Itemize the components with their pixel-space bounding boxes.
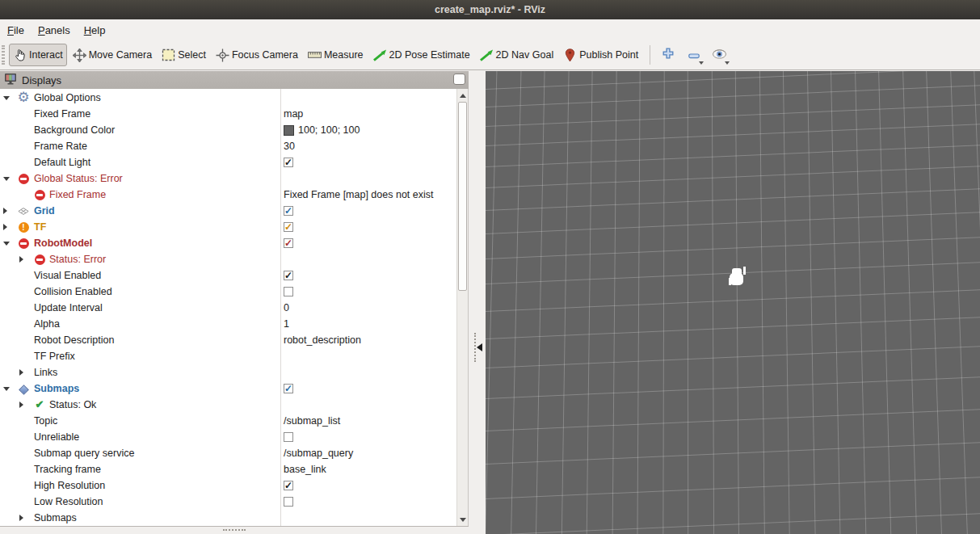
tool-visibility-button[interactable] <box>708 44 731 66</box>
row-checkbox[interactable]: ✓ <box>284 384 293 393</box>
toolbar-drag-handle[interactable] <box>2 45 5 65</box>
grid-line <box>561 71 570 534</box>
row-value[interactable]: /submap_list <box>284 415 340 427</box>
row-value[interactable]: robot_description <box>284 334 361 346</box>
expanded-arrow[interactable] <box>3 242 10 246</box>
row-checkbox[interactable]: ✓ <box>284 206 293 216</box>
row-checkbox[interactable]: ✓ <box>284 222 293 232</box>
row-label: Update Interval <box>34 302 103 313</box>
tree-row-topic[interactable]: Topic/submap_list <box>0 413 456 429</box>
focus-camera-button[interactable]: Focus Camera <box>212 44 302 66</box>
window-titlebar[interactable]: create_map.rviz* - RViz <box>0 0 980 19</box>
row-checkbox[interactable] <box>284 287 293 296</box>
row-label: TF <box>34 221 46 233</box>
bottom-panel-splitter[interactable] <box>0 526 469 534</box>
row-label: Global Options <box>34 92 101 103</box>
color-swatch[interactable] <box>284 125 294 136</box>
pose-estimate-button[interactable]: 2D Pose Estimate <box>369 44 474 66</box>
row-value[interactable]: base_link <box>284 464 326 475</box>
row-label: Submap query service <box>34 448 134 459</box>
tree-row-robot-description[interactable]: Robot Descriptionrobot_description <box>0 332 456 348</box>
remove-tool-button[interactable] <box>682 44 705 66</box>
tree-row-background-color[interactable]: Background Color100; 100; 100 <box>0 122 456 138</box>
error-icon <box>34 189 45 200</box>
grid-line <box>806 71 816 534</box>
grid-line <box>854 71 868 534</box>
tree-row-alpha[interactable]: Alpha1 <box>0 316 456 332</box>
select-button[interactable]: Select <box>158 44 210 66</box>
collapsed-arrow[interactable] <box>19 402 23 408</box>
collapsed-arrow[interactable] <box>19 256 23 263</box>
tree-row-tracking-frame[interactable]: Tracking framebase_link <box>0 461 456 477</box>
row-value[interactable]: Fixed Frame [map] does not exist <box>284 189 434 200</box>
tree-row-global-options[interactable]: ⚙Global Options <box>0 90 456 106</box>
grid-line <box>486 71 498 534</box>
tree-row-tf[interactable]: !TF✓ <box>0 219 456 235</box>
row-value[interactable]: 100; 100; 100 <box>298 124 360 136</box>
displays-panel-title: Displays <box>22 74 61 86</box>
measure-button[interactable]: Measure <box>304 44 368 66</box>
row-value[interactable]: 30 <box>284 141 295 152</box>
publish-point-button[interactable]: Publish Point <box>559 44 642 66</box>
add-tool-button[interactable] <box>656 44 679 66</box>
tree-row-tf-prefix[interactable]: TF Prefix <box>0 348 456 364</box>
move-camera-button[interactable]: Move Camera <box>69 44 157 66</box>
row-value[interactable]: 0 <box>284 302 289 313</box>
tree-row-submap-query-service[interactable]: Submap query service/submap_query <box>0 445 456 461</box>
green-arrow-icon <box>373 48 387 62</box>
row-value[interactable]: /submap_query <box>284 448 353 459</box>
focus-icon <box>216 48 229 62</box>
row-checkbox[interactable]: ✓ <box>284 271 293 280</box>
tree-row-status-error[interactable]: Status: Error <box>0 251 456 267</box>
interact-button[interactable]: Interact <box>9 44 67 66</box>
tree-row-robotmodel[interactable]: RobotModel✓ <box>0 235 456 251</box>
row-checkbox[interactable]: ✓ <box>284 158 293 167</box>
expanded-arrow[interactable] <box>3 177 10 181</box>
displays-panel-header: Displays <box>0 71 469 89</box>
row-value[interactable]: map <box>284 108 303 120</box>
tree-row-submaps[interactable]: Submaps <box>0 510 456 526</box>
scroll-down-arrow[interactable] <box>457 514 468 525</box>
panel-splitter[interactable] <box>469 71 486 534</box>
collapsed-arrow[interactable] <box>19 515 23 521</box>
scrollbar-thumb[interactable] <box>458 102 467 291</box>
tree-row-fixed-frame[interactable]: Fixed FrameFixed Frame [map] does not ex… <box>0 187 456 203</box>
collapsed-arrow[interactable] <box>3 208 7 214</box>
row-label: Collision Enabled <box>34 286 112 297</box>
3d-viewport[interactable] <box>486 71 980 534</box>
row-value[interactable]: 1 <box>284 318 289 330</box>
grid-line <box>486 511 980 534</box>
nav-goal-button[interactable]: 2D Nav Goal <box>476 44 558 66</box>
displays-scrollbar[interactable] <box>456 89 468 526</box>
collapsed-arrow[interactable] <box>19 369 23 376</box>
tree-row-collision-enabled[interactable]: Collision Enabled <box>0 284 456 300</box>
tree-row-unreliable[interactable]: Unreliable <box>0 429 456 445</box>
expanded-arrow[interactable] <box>3 96 10 100</box>
collapsed-arrow[interactable] <box>3 224 7 230</box>
row-checkbox[interactable] <box>284 432 293 442</box>
menu-file[interactable]: File <box>2 22 30 39</box>
tree-row-frame-rate[interactable]: Frame Rate30 <box>0 138 456 154</box>
row-checkbox[interactable]: ✓ <box>284 481 293 490</box>
tree-row-grid[interactable]: Grid✓ <box>0 203 456 219</box>
expanded-arrow[interactable] <box>3 387 10 391</box>
tree-row-global-status-error[interactable]: Global Status: Error <box>0 170 456 187</box>
menu-help[interactable]: Help <box>78 22 111 39</box>
tree-row-default-light[interactable]: Default Light✓ <box>0 154 456 170</box>
tree-row-fixed-frame[interactable]: Fixed Framemap <box>0 106 456 122</box>
tree-row-high-resolution[interactable]: High Resolution✓ <box>0 477 456 494</box>
tree-row-status-ok[interactable]: ✔Status: Ok <box>0 397 456 413</box>
grid-line <box>486 286 980 313</box>
grid-line <box>486 233 980 261</box>
tree-row-update-interval[interactable]: Update Interval0 <box>0 300 456 316</box>
scroll-up-arrow[interactable] <box>457 90 468 101</box>
tree-row-low-resolution[interactable]: Low Resolution <box>0 494 456 510</box>
collapse-panel-arrow[interactable] <box>477 343 482 351</box>
tree-row-links[interactable]: Links <box>0 364 456 381</box>
row-checkbox[interactable]: ✓ <box>284 238 293 248</box>
panel-float-button[interactable] <box>453 74 465 85</box>
tree-row-visual-enabled[interactable]: Visual Enabled✓ <box>0 267 456 284</box>
tree-row-submaps[interactable]: Submaps✓ <box>0 381 456 397</box>
menu-panels[interactable]: Panels <box>32 22 76 39</box>
row-checkbox[interactable] <box>284 497 293 507</box>
